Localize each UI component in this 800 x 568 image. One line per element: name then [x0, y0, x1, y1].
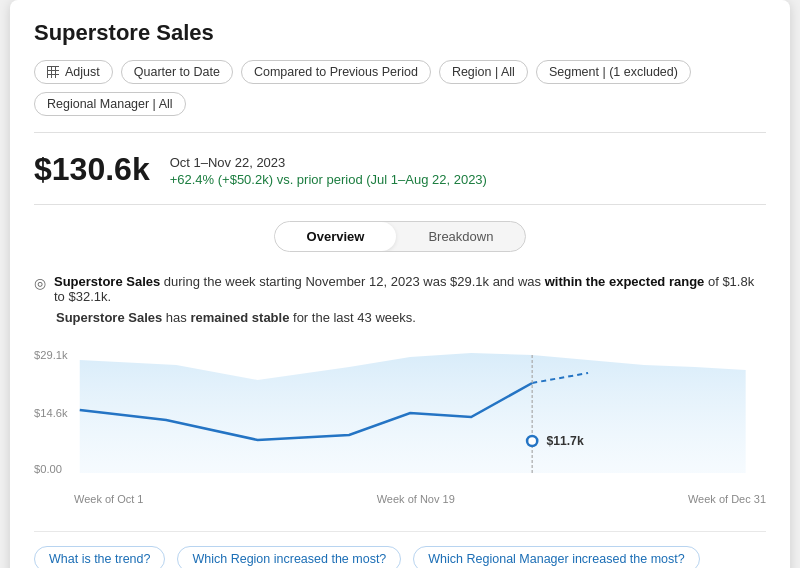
svg-text:$29.1k: $29.1k — [34, 349, 68, 361]
filter-bar: Adjust Quarter to Date Compared to Previ… — [34, 60, 766, 133]
region-link[interactable]: Which Region increased the most? — [177, 546, 401, 568]
metric-period: Oct 1–Nov 22, 2023 — [170, 155, 487, 170]
chart-datapoint — [527, 436, 537, 446]
chart-svg: $29.1k $14.6k $0.00 $11.7k — [34, 345, 766, 485]
metric-value: $130.6k — [34, 151, 150, 188]
tabs-row: Overview Breakdown — [34, 221, 766, 252]
trend-link[interactable]: What is the trend? — [34, 546, 165, 568]
metric-section: $130.6k Oct 1–Nov 22, 2023 +62.4% (+$50.… — [34, 133, 766, 205]
segment-filter[interactable]: Segment | (1 excluded) — [536, 60, 691, 84]
insight-line-1: ◎ Superstore Sales during the week start… — [34, 274, 766, 304]
manager-link[interactable]: Which Regional Manager increased the mos… — [413, 546, 699, 568]
metric-detail: Oct 1–Nov 22, 2023 +62.4% (+$50.2k) vs. … — [170, 151, 487, 187]
insight-bold-name: Superstore Sales — [54, 274, 160, 289]
metric-change: +62.4% (+$50.2k) vs. prior period (Jul 1… — [170, 172, 487, 187]
page-title: Superstore Sales — [34, 20, 766, 46]
svg-text:$0.00: $0.00 — [34, 463, 62, 475]
insight-stable-name: Superstore Sales — [56, 310, 162, 325]
quarter-filter[interactable]: Quarter to Date — [121, 60, 233, 84]
x-label-nov: Week of Nov 19 — [377, 493, 455, 505]
compared-filter[interactable]: Compared to Previous Period — [241, 60, 431, 84]
svg-text:$14.6k: $14.6k — [34, 407, 68, 419]
chart-area: $29.1k $14.6k $0.00 $11.7k — [34, 345, 766, 515]
insight-stable-text: remained stable — [190, 310, 289, 325]
tabs-container: Overview Breakdown — [274, 221, 527, 252]
grid-icon — [47, 66, 59, 78]
main-window: Superstore Sales Adjust Quarter to Date … — [10, 0, 790, 568]
x-label-dec: Week of Dec 31 — [688, 493, 766, 505]
tab-breakdown[interactable]: Breakdown — [396, 222, 525, 251]
insight-line-2: Superstore Sales has remained stable for… — [34, 310, 766, 325]
manager-filter[interactable]: Regional Manager | All — [34, 92, 186, 116]
insight-section: ◎ Superstore Sales during the week start… — [34, 264, 766, 341]
insight-bold-range: within the expected range — [545, 274, 705, 289]
chart-point-label: $11.7k — [546, 434, 584, 448]
adjust-button[interactable]: Adjust — [34, 60, 113, 84]
tab-overview[interactable]: Overview — [275, 222, 397, 251]
x-axis-labels: Week of Oct 1 Week of Nov 19 Week of Dec… — [34, 489, 766, 505]
pin-icon: ◎ — [34, 275, 46, 291]
x-label-oct: Week of Oct 1 — [74, 493, 144, 505]
question-links: What is the trend? Which Region increase… — [34, 531, 766, 568]
region-filter[interactable]: Region | All — [439, 60, 528, 84]
